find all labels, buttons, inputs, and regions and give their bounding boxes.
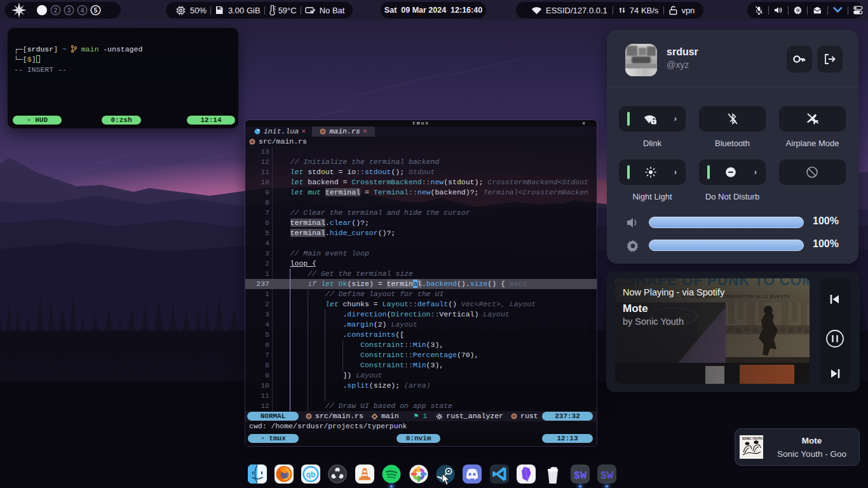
svg-text:5: 5 — [94, 7, 98, 14]
svg-text:3: 3 — [67, 7, 71, 14]
svg-text:SONIC YOUTH: SONIC YOUTH — [742, 437, 763, 440]
svg-text:2: 2 — [54, 7, 58, 14]
svg-text:$W: $W — [600, 470, 614, 482]
svg-text:4: 4 — [81, 7, 85, 14]
svg-text:$W: $W — [574, 470, 587, 482]
svg-text:qb: qb — [306, 470, 316, 479]
